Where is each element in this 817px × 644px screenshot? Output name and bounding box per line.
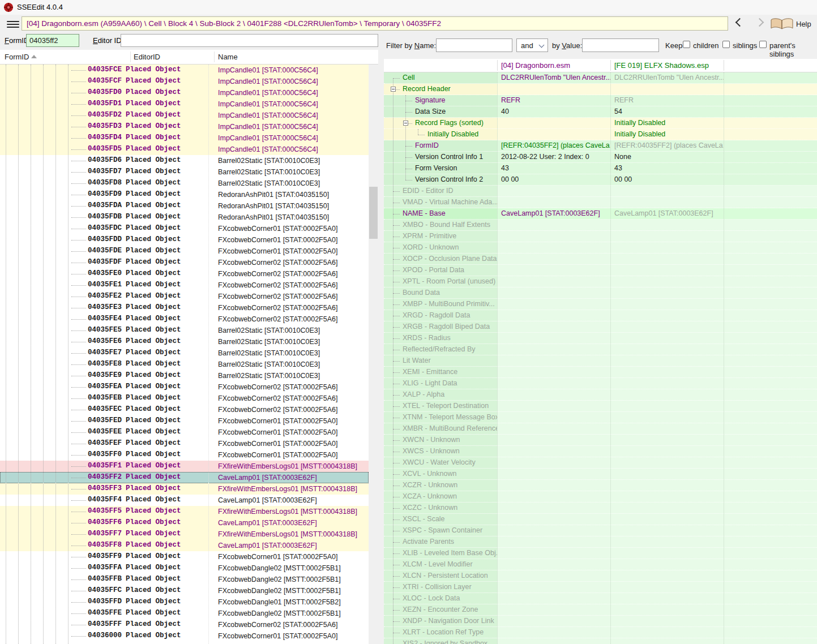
record-row[interactable]: XOCP - Occlusion Plane Data xyxy=(384,254,817,265)
left-tree-row[interactable]: 04035FDAPlaced ObjectRedoranAshPit01 [ST… xyxy=(0,200,369,212)
value-cell-elfx[interactable] xyxy=(610,242,724,254)
left-tree-row[interactable]: 04035FF5Placed ObjectFXfireWithEmbersLog… xyxy=(0,506,369,517)
value-cell-elfx[interactable] xyxy=(610,616,724,627)
left-tree-row[interactable]: 04035FFBPlaced ObjectFXcobwebDangle02 [M… xyxy=(0,574,369,585)
record-row[interactable]: Data Size4054 xyxy=(384,106,817,118)
record-row[interactable]: XCVL - Unknown xyxy=(384,469,817,480)
left-tree-row[interactable]: 04035FF0Placed ObjectFXcobwebCorner01 [S… xyxy=(0,449,369,461)
record-row[interactable]: XWCS - Unknown xyxy=(384,446,817,457)
column-header-dragonborn[interactable]: [04] Dragonborn.esm xyxy=(501,61,570,70)
value-cell-dragonborn[interactable] xyxy=(497,582,610,593)
value-cell-dragonborn[interactable] xyxy=(497,242,610,254)
collapse-icon[interactable] xyxy=(391,87,396,92)
left-tree-row[interactable]: 04035FE7Placed ObjectBarrel02Static [STA… xyxy=(0,347,369,359)
value-cell-dragonborn[interactable]: 43 xyxy=(497,163,610,174)
value-cell-elfx[interactable]: 43 xyxy=(610,163,724,174)
left-tree-row[interactable]: 04035FF6Placed ObjectCaveLamp01 [STAT:00… xyxy=(0,517,369,529)
help-button[interactable]: Help xyxy=(770,16,815,32)
value-cell-elfx[interactable] xyxy=(610,627,724,638)
record-row[interactable]: FormID[REFR:04035FF2] (places CaveLa...[… xyxy=(384,140,817,152)
collapse-icon[interactable] xyxy=(403,121,408,126)
value-cell-dragonborn[interactable] xyxy=(497,355,610,367)
left-tree-row[interactable]: 04035FD4Placed ObjectImpCandle01 [STAT:0… xyxy=(0,132,369,144)
record-row[interactable]: Record Header xyxy=(384,84,817,95)
left-tree-row[interactable]: 04035FF9Placed ObjectFXcobwebCorner01 [S… xyxy=(0,551,369,563)
record-row[interactable]: XMBO - Bound Half Extents xyxy=(384,220,817,231)
value-cell-dragonborn[interactable] xyxy=(497,265,610,276)
record-row[interactable]: XLCM - Level Modifier xyxy=(384,559,817,570)
value-cell-dragonborn[interactable]: DLC2RRUlenTomb "Ulen Ancestr... xyxy=(497,72,610,84)
value-cell-dragonborn[interactable] xyxy=(497,231,610,242)
left-tree-row[interactable]: 04035FD9Placed ObjectRedoranAshPit01 [ST… xyxy=(0,189,369,200)
value-cell-elfx[interactable] xyxy=(610,186,724,197)
value-cell-elfx[interactable] xyxy=(610,231,724,242)
value-cell-elfx[interactable]: Initially Disabled xyxy=(610,129,724,140)
left-tree-row[interactable]: 04035FF8Placed ObjectCaveLamp01 [STAT:00… xyxy=(0,540,369,551)
value-cell-dragonborn[interactable] xyxy=(497,344,610,355)
value-cell-dragonborn[interactable] xyxy=(497,627,610,638)
value-cell-elfx[interactable] xyxy=(610,299,724,310)
value-cell-dragonborn[interactable] xyxy=(497,469,610,480)
value-cell-dragonborn[interactable] xyxy=(497,220,610,231)
value-cell-dragonborn[interactable] xyxy=(497,276,610,287)
record-row[interactable]: NAME - BaseCaveLamp01 [STAT:0003E62F]Cav… xyxy=(384,208,817,220)
left-tree-row[interactable]: 04035FE1Placed ObjectFXcobwebCorner02 [S… xyxy=(0,280,369,291)
value-cell-dragonborn[interactable] xyxy=(497,367,610,378)
forward-button[interactable] xyxy=(755,18,764,27)
value-cell-dragonborn[interactable] xyxy=(497,536,610,548)
value-cell-dragonborn[interactable] xyxy=(497,525,610,536)
value-cell-dragonborn[interactable] xyxy=(497,389,610,401)
value-cell-dragonborn[interactable] xyxy=(497,548,610,559)
left-tree-row[interactable]: 04035FE5Placed ObjectBarrel02Static [STA… xyxy=(0,325,369,336)
value-cell-dragonborn[interactable] xyxy=(497,118,610,129)
value-cell-dragonborn[interactable] xyxy=(497,254,610,265)
left-tree-row[interactable]: 04035FCEPlaced ObjectImpCandle01 [STAT:0… xyxy=(0,65,369,76)
value-cell-elfx[interactable] xyxy=(610,423,724,435)
record-row[interactable]: XNDP - Navigation Door Link xyxy=(384,616,817,627)
value-cell-dragonborn[interactable] xyxy=(497,604,610,616)
record-row[interactable]: XORD - Unknown xyxy=(384,242,817,254)
record-row[interactable]: XCZA - Unknown xyxy=(384,491,817,503)
column-header-elfx-shadows[interactable]: [FE 019] ELFX Shadows.esp xyxy=(614,61,709,70)
left-tree-row[interactable]: 04035FECPlaced ObjectFXcobwebCorner02 [S… xyxy=(0,404,369,415)
keep-parents-siblings-checkbox[interactable] xyxy=(759,41,767,48)
record-row[interactable]: XALP - Alpha xyxy=(384,389,817,401)
value-cell-elfx[interactable] xyxy=(610,287,724,299)
value-cell-elfx[interactable] xyxy=(610,310,724,321)
left-tree-row[interactable]: 04035FF2Placed ObjectCaveLamp01 [STAT:00… xyxy=(0,472,369,483)
value-cell-elfx[interactable]: None xyxy=(610,152,724,163)
left-tree-row[interactable]: 04035FEFPlaced ObjectFXcobwebCorner01 [S… xyxy=(0,438,369,449)
record-row[interactable]: Bound Data xyxy=(384,287,817,299)
left-tree-row[interactable]: 04035FD3Placed ObjectImpCandle01 [STAT:0… xyxy=(0,121,369,132)
value-cell-elfx[interactable] xyxy=(610,514,724,525)
value-cell-dragonborn[interactable]: REFR xyxy=(497,95,610,106)
record-row[interactable]: XLIG - Light Data xyxy=(384,378,817,389)
record-row[interactable]: XTRI - Collision Layer xyxy=(384,582,817,593)
value-cell-elfx[interactable] xyxy=(610,401,724,412)
left-tree-row[interactable]: 04035FE4Placed ObjectFXcobwebCorner02 [S… xyxy=(0,314,369,325)
value-cell-dragonborn[interactable] xyxy=(497,84,610,95)
value-cell-elfx[interactable]: 00 00 xyxy=(610,174,724,186)
record-row[interactable]: Version Control Info 12012-08-22 User: 2… xyxy=(384,152,817,163)
value-cell-elfx[interactable] xyxy=(610,503,724,514)
value-cell-elfx[interactable] xyxy=(610,344,724,355)
value-cell-elfx[interactable]: Initially Disabled xyxy=(610,118,724,129)
record-row[interactable]: Reflected/Refracted By xyxy=(384,344,817,355)
record-row[interactable]: XMBR - MultiBound Reference xyxy=(384,423,817,435)
value-cell-elfx[interactable] xyxy=(610,265,724,276)
breadcrumb[interactable]: [04] Dragonborn.esm (A959AA60) \ Cell \ … xyxy=(22,16,728,31)
left-tree-row[interactable]: 04035FD8Placed ObjectBarrel02Static [STA… xyxy=(0,178,369,189)
column-header-name[interactable]: Name xyxy=(218,53,238,61)
value-cell-dragonborn[interactable]: 40 xyxy=(497,106,610,118)
record-row[interactable]: XRGD - Ragdoll Data xyxy=(384,310,817,321)
record-row[interactable]: Record Flags (sorted)Initially Disabled xyxy=(384,118,817,129)
left-tree-row[interactable]: 04035FFEPlaced ObjectFXcobwebDangle02 [M… xyxy=(0,608,369,619)
left-tree-row[interactable]: 04035FDEPlaced ObjectFXcobwebCorner01 [S… xyxy=(0,246,369,257)
record-row[interactable]: XCZC - Unknown xyxy=(384,503,817,514)
editorid-input[interactable] xyxy=(121,34,378,47)
value-cell-dragonborn[interactable] xyxy=(497,559,610,570)
record-row[interactable]: XTNM - Teleport Message Box xyxy=(384,412,817,423)
record-row[interactable]: XWCU - Water Velocity xyxy=(384,457,817,469)
record-row[interactable]: XRDS - Radius xyxy=(384,333,817,344)
record-row[interactable]: XEMI - Emittance xyxy=(384,367,817,378)
